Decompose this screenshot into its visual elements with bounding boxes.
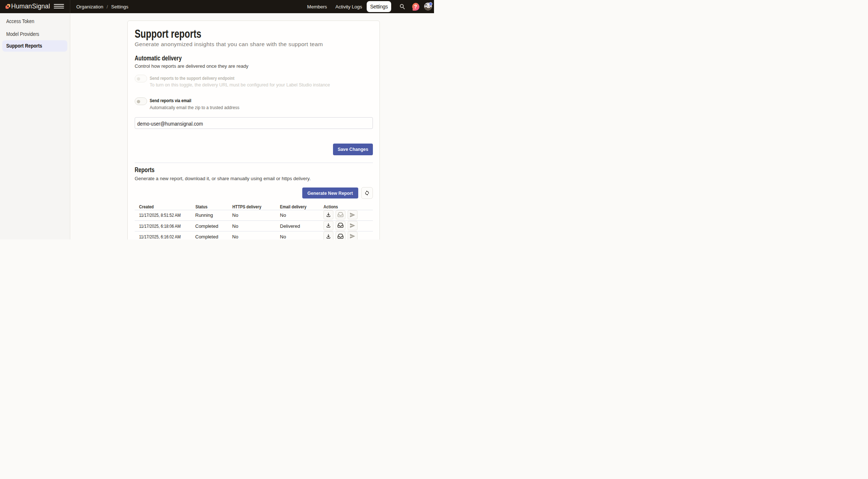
svg-text:?: ?: [414, 4, 417, 10]
